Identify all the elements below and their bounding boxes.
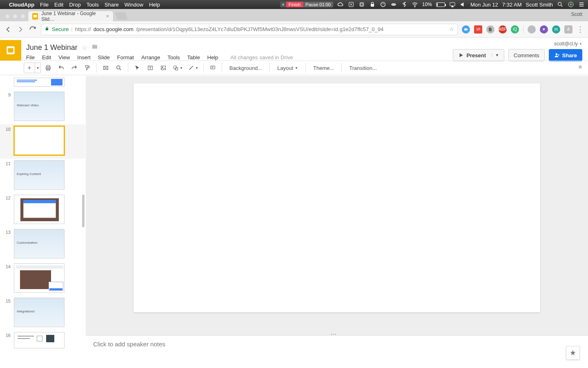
thumb-row[interactable]: 14 xyxy=(0,262,85,296)
canvas-scroll[interactable] xyxy=(86,76,588,333)
slide-thumb[interactable] xyxy=(14,78,65,87)
thumb-row[interactable]: 13 Customization xyxy=(0,227,85,262)
menubar-window[interactable]: Window xyxy=(125,2,143,8)
recording-status[interactable]: × Finish Pause 01:00 xyxy=(280,2,333,7)
slide-thumb[interactable] xyxy=(14,263,65,293)
image-tool[interactable] xyxy=(158,62,169,74)
menu-slide[interactable]: Slide xyxy=(98,54,110,61)
menubar-drop[interactable]: Drop xyxy=(69,2,80,8)
paint-format-button[interactable] xyxy=(82,62,93,74)
share-button[interactable]: Share xyxy=(549,49,582,61)
thumb-row[interactable] xyxy=(0,76,85,90)
new-slide-dropdown-icon[interactable]: ▼ xyxy=(35,63,40,73)
ext-evernote-icon[interactable] xyxy=(486,25,494,34)
back-button[interactable] xyxy=(4,25,12,34)
menubar-tools[interactable]: Tools xyxy=(87,2,99,8)
address-bar[interactable]: Secure | https://docs.google.com/present… xyxy=(41,24,458,35)
airplay-icon[interactable] xyxy=(449,1,456,8)
menu-file[interactable]: File xyxy=(26,54,35,61)
reload-button[interactable] xyxy=(29,25,37,34)
tab-close-icon[interactable]: × xyxy=(106,13,109,19)
bookmark-star-icon[interactable]: ☆ xyxy=(449,26,454,32)
textbox-tool[interactable] xyxy=(145,62,156,74)
menubar-date[interactable]: Mon Jun 12 xyxy=(470,2,498,8)
thumb-row[interactable]: 9 Webcam Video xyxy=(0,90,85,124)
zoom-button[interactable] xyxy=(113,62,125,74)
filmstrip-scrollbar[interactable] xyxy=(82,195,85,227)
filmstrip[interactable]: 9 Webcam Video 10 11 Expiring Content 12 xyxy=(0,76,86,368)
ext-square-icon[interactable]: A xyxy=(564,25,572,34)
thumb-row[interactable]: 12 xyxy=(0,193,85,227)
new-tab-button[interactable] xyxy=(115,12,128,20)
browser-profile[interactable]: Scott xyxy=(571,11,582,17)
print-button[interactable] xyxy=(42,62,54,74)
menu-edit[interactable]: Edit xyxy=(42,54,51,61)
slides-home-button[interactable] xyxy=(0,40,21,61)
new-slide-button[interactable]: ▼ xyxy=(24,63,41,73)
traffic-close[interactable] xyxy=(5,14,10,19)
fit-button[interactable] xyxy=(100,62,111,74)
menubar-help[interactable]: Help xyxy=(149,2,160,8)
collapse-toolbar-icon[interactable] xyxy=(577,64,583,71)
menubar-file[interactable]: File xyxy=(40,2,49,8)
ext-calendar-icon[interactable]: 18 xyxy=(474,25,482,34)
thumb-row[interactable]: 10 xyxy=(0,124,85,159)
star-doc-icon[interactable]: ☆ xyxy=(82,44,87,52)
move-to-drive-icon[interactable] xyxy=(91,44,98,52)
thumb-row[interactable]: 16 xyxy=(0,330,85,352)
siri-icon[interactable] xyxy=(568,1,574,8)
browser-tab[interactable]: June 1 Webinar - Google Slid… × xyxy=(28,11,114,21)
menu-table[interactable]: Table xyxy=(187,54,200,61)
present-button[interactable]: Present ▼ xyxy=(453,49,504,61)
menu-view[interactable]: View xyxy=(58,54,70,61)
menu-format[interactable]: Format xyxy=(117,54,134,61)
doc-title[interactable]: June 1 Webinar xyxy=(26,43,78,52)
menubar-user[interactable]: Scott Smith xyxy=(526,2,553,8)
line-tool[interactable]: ▼ xyxy=(186,62,200,74)
slide-canvas[interactable] xyxy=(134,83,540,312)
chrome-menu-icon[interactable]: ⋮ xyxy=(577,26,584,33)
status-icon-3[interactable] xyxy=(390,1,397,8)
ext-generic-icon[interactable] xyxy=(528,25,536,34)
menu-insert[interactable]: Insert xyxy=(77,54,91,61)
circle-icon[interactable] xyxy=(380,1,386,8)
thumb-row[interactable]: 15 Integrations! xyxy=(0,296,85,330)
ext-adblock-icon[interactable]: ABP xyxy=(499,25,507,34)
comment-tool[interactable] xyxy=(207,62,218,74)
bluetooth-icon[interactable] xyxy=(401,1,408,8)
layout-button[interactable]: Layout▼ xyxy=(273,62,302,74)
ext-iq-icon[interactable]: iQ xyxy=(511,25,519,34)
undo-button[interactable] xyxy=(56,62,67,74)
battery-icon[interactable] xyxy=(436,2,445,7)
recording-pause[interactable]: Pause 01:00 xyxy=(303,2,333,7)
ext-purple-icon[interactable]: ♥ xyxy=(540,25,548,34)
lock-icon[interactable] xyxy=(369,1,376,8)
menubar-time[interactable]: 7:32 AM xyxy=(502,2,522,8)
menubar-share[interactable]: Share xyxy=(105,2,119,8)
transition-button[interactable]: Transition... xyxy=(345,62,381,74)
traffic-min[interactable] xyxy=(13,14,18,19)
slide-thumb-selected[interactable] xyxy=(14,126,65,155)
speaker-notes[interactable]: Click to add speaker notes xyxy=(86,335,588,368)
status-icon-1[interactable] xyxy=(348,1,354,8)
explore-button[interactable] xyxy=(566,346,580,360)
menubar-edit[interactable]: Edit xyxy=(54,2,63,8)
menu-tools[interactable]: Tools xyxy=(167,54,180,61)
recording-close[interactable]: × xyxy=(280,2,286,7)
slide-thumb[interactable]: Webcam Video xyxy=(14,92,65,121)
ext-zoom-icon[interactable] xyxy=(462,25,470,34)
shape-tool[interactable]: ▼ xyxy=(171,62,185,74)
slide-thumb[interactable]: Customization xyxy=(14,229,65,258)
comments-button[interactable]: Comments xyxy=(508,49,545,61)
cloud-icon[interactable] xyxy=(337,1,344,8)
volume-icon[interactable] xyxy=(460,1,466,8)
slide-thumb[interactable] xyxy=(14,332,65,348)
slide-thumb[interactable] xyxy=(14,195,65,224)
redo-button[interactable] xyxy=(69,62,80,74)
menubar-app-name[interactable]: CloudApp xyxy=(9,2,34,8)
present-dropdown-icon[interactable]: ▼ xyxy=(492,53,499,57)
select-tool[interactable] xyxy=(131,62,143,74)
traffic-max[interactable] xyxy=(20,14,25,19)
account-email[interactable]: scott@cl.ly▼ xyxy=(554,41,582,47)
slide-thumb[interactable]: Expiring Content xyxy=(14,160,65,190)
